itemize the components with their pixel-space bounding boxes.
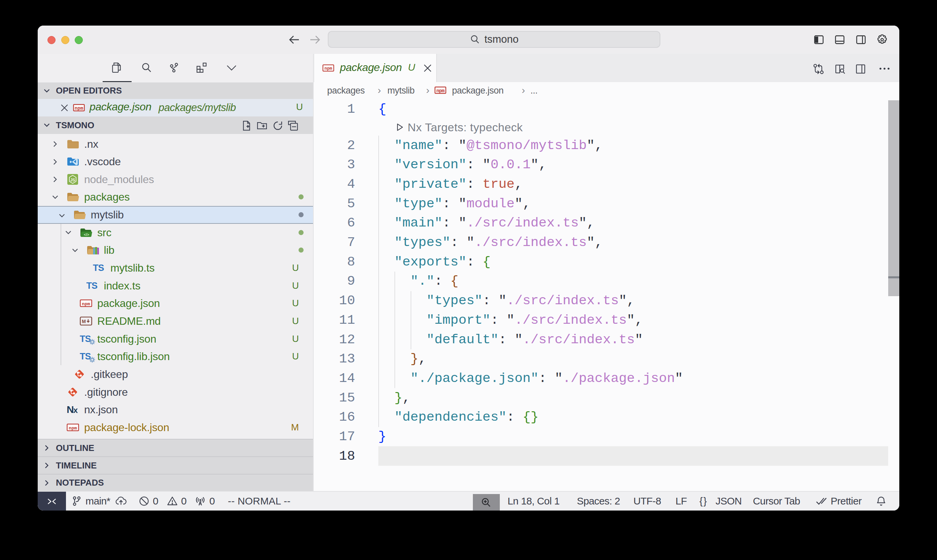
svg-text:JS: JS — [70, 178, 75, 182]
svg-text:M: M — [82, 319, 86, 324]
svg-text:npm: npm — [69, 425, 77, 431]
svg-text:npm: npm — [325, 66, 332, 71]
svg-text:npm: npm — [82, 302, 90, 306]
svg-text:npm: npm — [436, 88, 444, 94]
svg-text:</>: </> — [84, 232, 89, 237]
svg-text:npm: npm — [75, 106, 83, 111]
